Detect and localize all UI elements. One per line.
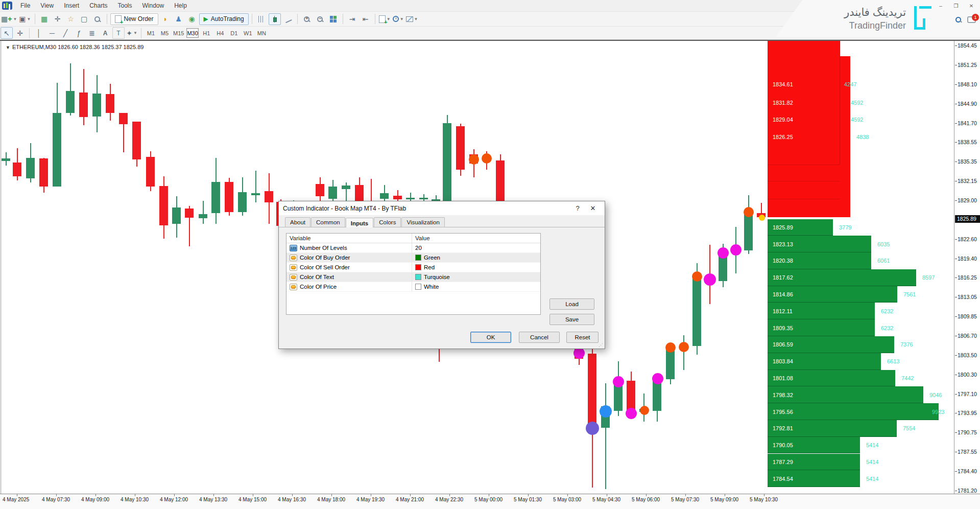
candle: [146, 157, 155, 187]
time-axis-tick: [764, 494, 764, 496]
minimize-button[interactable]: –: [935, 2, 946, 9]
variable-value[interactable]: Turquoise: [412, 274, 540, 280]
cancel-button[interactable]: Cancel: [519, 332, 560, 343]
periods-icon[interactable]: ▼: [392, 13, 404, 25]
cursor-icon[interactable]: ↖: [1, 27, 13, 39]
price-axis[interactable]: 1825.89 1854.451851.251848.101844.901841…: [955, 41, 980, 495]
menu-insert[interactable]: Insert: [59, 1, 84, 11]
bar-chart-icon[interactable]: [255, 13, 268, 25]
time-axis-tick: [410, 494, 411, 496]
timeframe-d1[interactable]: D1: [228, 28, 240, 38]
data-window-icon[interactable]: ✛: [52, 13, 64, 25]
autotrading-play-icon: ▶: [204, 15, 208, 22]
order-marker: [652, 373, 663, 384]
channel-icon[interactable]: ≣: [86, 27, 98, 39]
timeframe-m30[interactable]: M30: [186, 28, 198, 38]
timeframe-m15[interactable]: M15: [173, 28, 184, 38]
menu-charts[interactable]: Charts: [84, 1, 112, 11]
market-watch-icon[interactable]: ▦: [38, 13, 51, 25]
chat-icon[interactable]: 1: [967, 16, 976, 23]
table-row[interactable]: Color Of PriceWhite: [286, 282, 540, 292]
table-row[interactable]: Color Of Buy OrderGreen: [286, 253, 540, 263]
bookmap-sell-value: 4838: [856, 134, 869, 140]
candle: [39, 158, 48, 187]
dialog-close-icon[interactable]: ✕: [585, 204, 601, 212]
search-icon[interactable]: [955, 17, 961, 22]
timeframe-h1[interactable]: H1: [201, 28, 212, 38]
menu-tools[interactable]: Tools: [113, 1, 137, 11]
menu-bar: FileViewInsertChartsToolsWindowHelp: [0, 0, 980, 11]
time-axis-tick: [646, 494, 647, 496]
ok-button[interactable]: OK: [470, 332, 511, 343]
time-axis-tick: [292, 494, 293, 496]
tab-common[interactable]: Common: [311, 217, 345, 227]
tile-windows-icon[interactable]: [327, 13, 340, 25]
new-chart-icon[interactable]: ▦+▼: [1, 13, 17, 25]
new-order-button[interactable]: + New Order: [110, 13, 158, 25]
maximize-button[interactable]: ❐: [950, 2, 962, 9]
navigator-icon[interactable]: ☆: [65, 13, 77, 25]
save-button[interactable]: Save: [549, 314, 594, 325]
variable-name: Number Of Levels: [300, 245, 347, 251]
candlestick-chart-icon[interactable]: [269, 13, 281, 25]
tab-inputs[interactable]: Inputs: [346, 218, 374, 227]
timeframe-mn[interactable]: MN: [256, 28, 268, 38]
zoom-in-icon[interactable]: +: [301, 13, 313, 25]
load-button[interactable]: Load: [549, 298, 594, 310]
label-icon[interactable]: T: [112, 27, 125, 39]
zoom-out-icon[interactable]: −: [314, 13, 326, 25]
auto-scroll-icon[interactable]: ⇥: [346, 13, 358, 25]
timeframe-m5[interactable]: M5: [159, 28, 171, 38]
dialog-help-button[interactable]: ?: [570, 204, 585, 212]
community-icon[interactable]: ◉: [186, 13, 198, 25]
color-input-icon: [290, 254, 297, 261]
timeframe-h4[interactable]: H4: [214, 28, 226, 38]
horizontal-line-icon[interactable]: ─: [46, 27, 58, 39]
indicators-icon[interactable]: +▼: [378, 13, 391, 25]
reset-button[interactable]: Reset: [566, 332, 599, 343]
bookmap-sell-value: 4592: [851, 117, 863, 123]
inputs-table[interactable]: VariableValue123Number Of Levels20Color …: [286, 233, 541, 315]
order-marker: [718, 247, 729, 259]
timeframe-w1[interactable]: W1: [242, 28, 254, 38]
variable-value[interactable]: Green: [412, 254, 540, 261]
timeframe-m1[interactable]: M1: [145, 28, 157, 38]
table-row[interactable]: Color Of Sell OrderRed: [286, 263, 540, 272]
table-row[interactable]: Color Of TextTurquoise: [286, 272, 540, 282]
shapes-icon[interactable]: ✦▼: [126, 27, 138, 39]
variable-value[interactable]: Red: [412, 264, 540, 270]
experts-icon[interactable]: ♟: [173, 13, 185, 25]
tab-visualization[interactable]: Visualization: [401, 217, 444, 227]
crosshair-icon[interactable]: ✛: [14, 27, 26, 39]
variable-value[interactable]: White: [412, 284, 540, 290]
strategy-tester-icon[interactable]: [91, 13, 104, 25]
menu-window[interactable]: Window: [137, 1, 170, 11]
profiles-icon[interactable]: ▣▼: [18, 13, 31, 25]
time-axis[interactable]: 4 May 20254 May 07:304 May 09:004 May 10…: [0, 494, 980, 509]
trendline-icon[interactable]: ╱: [59, 27, 71, 39]
templates-icon[interactable]: ▼: [405, 13, 419, 25]
color-swatch: [415, 254, 421, 261]
menu-file[interactable]: File: [15, 1, 35, 11]
autotrading-button[interactable]: ▶ AutoTrading: [199, 13, 249, 25]
text-icon[interactable]: A: [99, 27, 111, 39]
dialog-titlebar[interactable]: Custom Indicator - Book Map MT4 - By TFl…: [279, 201, 605, 215]
alerts-icon[interactable]: ◗: [159, 13, 172, 25]
bookmap-buy-value: 6061: [877, 258, 890, 264]
tab-about[interactable]: About: [285, 217, 310, 227]
terminal-icon[interactable]: ▢: [78, 13, 90, 25]
menu-help[interactable]: Help: [169, 1, 192, 11]
fibonacci-icon[interactable]: ƒ: [73, 27, 85, 39]
vertical-line-icon[interactable]: │: [33, 27, 45, 39]
chart-shift-icon[interactable]: ⇤: [360, 13, 372, 25]
close-button[interactable]: ✕: [966, 2, 977, 9]
price-axis-label: 1832.15: [958, 178, 977, 184]
tab-colors[interactable]: Colors: [374, 217, 401, 227]
table-row[interactable]: 123Number Of Levels20: [286, 243, 540, 253]
resize-grip[interactable]: ⋰: [599, 342, 604, 348]
color-swatch: [415, 284, 421, 290]
variable-value[interactable]: 20: [412, 245, 540, 251]
price-axis-label: 1844.90: [958, 101, 977, 107]
line-chart-icon[interactable]: [282, 13, 294, 25]
menu-view[interactable]: View: [35, 1, 59, 11]
